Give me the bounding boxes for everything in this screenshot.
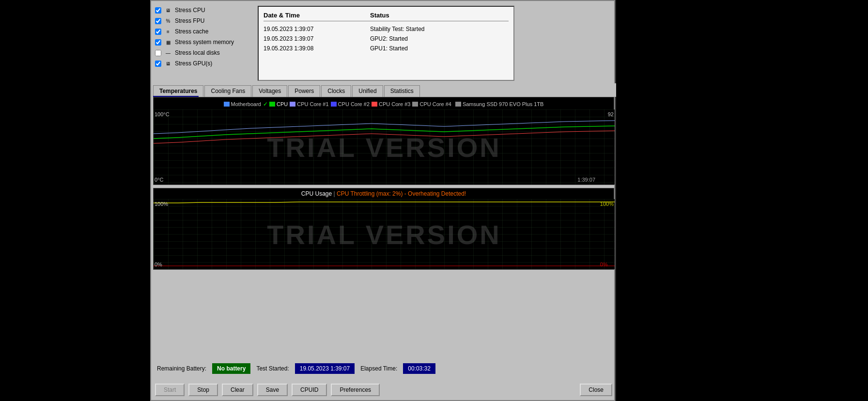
elapsed-time-value: 00:03:32 [403, 363, 435, 374]
stress-memory-item[interactable]: ▦ Stress system memory [153, 37, 256, 47]
cpu-y-right-max: 100% [600, 201, 614, 207]
temp-chart-time: 1:39:07 [577, 177, 595, 183]
cache-icon: ≡ [164, 28, 172, 35]
fpu-icon: % [164, 17, 172, 25]
stress-disks-checkbox[interactable] [155, 50, 161, 56]
button-bar: Start Stop Clear Save CPUID Preferences … [153, 384, 614, 396]
temp-y-right-max: 92 [608, 111, 614, 117]
legend-cpu: ✓ CPU [263, 101, 288, 108]
legend-label-core1: CPU Core #1 [297, 101, 328, 107]
status-text-3: GPU1: Started [370, 45, 509, 52]
status-datetime-3: 19.05.2023 1:39:08 [264, 45, 370, 52]
cpu-chart-header: CPU Usage | CPU Throttling (max: 2%) - O… [154, 188, 614, 199]
status-text-2: GPU2: Started [370, 35, 509, 42]
battery-value: No battery [212, 363, 250, 374]
close-button[interactable]: Close [580, 384, 612, 396]
stress-cpu-item[interactable]: 🖥 Stress CPU [153, 5, 256, 15]
svg-rect-1 [154, 199, 615, 269]
stop-button[interactable]: Stop [188, 384, 218, 396]
tab-statistics[interactable]: Statistics [384, 85, 420, 97]
tab-powers[interactable]: Powers [288, 85, 320, 97]
temp-chart-canvas: 100°C 0°C 92 TRIAL VERSION 1:39:07 [154, 109, 615, 185]
stress-fpu-item[interactable]: % Stress FPU [153, 15, 256, 26]
tabs-bar: Temperatures Cooling Fans Voltages Power… [151, 83, 616, 97]
battery-label: Remaining Battery: [157, 365, 206, 372]
temp-chart-y-left: 100°C 0°C [155, 109, 170, 185]
preferences-button[interactable]: Preferences [331, 384, 380, 396]
temp-chart-grid [154, 109, 615, 185]
tab-temperatures[interactable]: Temperatures [153, 85, 203, 97]
legend-label-motherboard: Motherboard [231, 101, 261, 107]
stress-fpu-label: Stress FPU [175, 17, 204, 24]
stress-cache-checkbox[interactable] [155, 29, 161, 35]
test-started-value: 19.05.2023 1:39:07 [295, 363, 355, 374]
cpu-y-left-max: 100% [155, 201, 168, 207]
legend-core1: CPU Core #1 [290, 101, 328, 107]
stress-gpus-item[interactable]: 🖥 Stress GPU(s) [153, 58, 256, 69]
stress-cache-label: Stress cache [175, 28, 208, 35]
cpuid-button[interactable]: CPUID [292, 384, 327, 396]
status-row-1: 19.05.2023 1:39:07 Stability Test: Start… [264, 24, 509, 34]
legend-color-core3 [372, 102, 377, 107]
legend-ssd: Samsung SSD 970 EVO Plus 1TB [455, 101, 544, 107]
clear-button[interactable]: Clear [222, 384, 253, 396]
test-started-label: Test Started: [256, 365, 289, 372]
stress-disks-label: Stress local disks [175, 49, 220, 56]
legend-color-core4 [412, 102, 418, 107]
status-row-2: 19.05.2023 1:39:07 GPU2: Started [264, 34, 509, 44]
status-panel: Date & Time Status 19.05.2023 1:39:07 St… [258, 6, 514, 81]
stress-gpus-checkbox[interactable] [155, 61, 161, 67]
memory-icon: ▦ [164, 38, 172, 46]
save-button[interactable]: Save [257, 384, 288, 396]
app-window: 🖥 Stress CPU % Stress FPU ≡ Stress cache… [150, 0, 615, 401]
legend-color-core2 [331, 102, 337, 107]
status-datetime-1: 19.05.2023 1:39:07 [264, 26, 370, 32]
svg-rect-0 [154, 109, 615, 185]
stress-disks-item[interactable]: — Stress local disks [153, 47, 256, 58]
temp-y-min: 0°C [155, 177, 170, 183]
stress-cache-item[interactable]: ≡ Stress cache [153, 26, 256, 37]
cpu-y-left-min: 0% [155, 262, 168, 267]
stress-gpus-label: Stress GPU(s) [175, 60, 212, 67]
legend-label-core3: CPU Core #3 [379, 101, 410, 107]
charts-area: Motherboard ✓ CPU CPU Core #1 CPU Core #… [153, 97, 614, 273]
stress-fpu-checkbox[interactable] [155, 18, 161, 24]
cpu-chart-y-left: 100% 0% [155, 199, 168, 269]
legend-motherboard: Motherboard [224, 101, 261, 107]
temp-y-max: 100°C [155, 111, 170, 117]
stress-memory-checkbox[interactable] [155, 39, 161, 46]
legend-core4: CPU Core #4 [412, 101, 451, 107]
legend-label-core4: CPU Core #4 [419, 101, 451, 107]
cpu-chart-y-right: 100% 0% [600, 199, 614, 269]
cpu-usage-chart: CPU Usage | CPU Throttling (max: 2%) - O… [153, 188, 614, 270]
legend-core2: CPU Core #2 [331, 101, 370, 107]
start-button[interactable]: Start [155, 384, 185, 396]
cpu-chart-grid [154, 199, 615, 269]
status-datetime-2: 19.05.2023 1:39:07 [264, 35, 370, 42]
stress-cpu-checkbox[interactable] [155, 7, 161, 14]
stress-memory-label: Stress system memory [175, 39, 234, 46]
legend-label-ssd: Samsung SSD 970 EVO Plus 1TB [463, 101, 544, 107]
temperature-chart: Motherboard ✓ CPU CPU Core #1 CPU Core #… [153, 97, 614, 185]
stress-options-panel: 🖥 Stress CPU % Stress FPU ≡ Stress cache… [151, 1, 258, 83]
status-row-3: 19.05.2023 1:39:08 GPU1: Started [264, 44, 509, 53]
legend-color-cpu [269, 102, 275, 107]
datetime-header: Date & Time [264, 12, 370, 19]
legend-check-cpu: ✓ [263, 101, 268, 108]
status-header: Date & Time Status [264, 12, 509, 21]
temp-chart-legend: Motherboard ✓ CPU CPU Core #1 CPU Core #… [154, 97, 614, 109]
tab-clocks[interactable]: Clocks [321, 85, 351, 97]
cpu-icon: 🖥 [164, 6, 172, 14]
status-header-label: Status [370, 12, 509, 19]
cpu-usage-label: CPU Usage [301, 190, 332, 197]
legend-color-motherboard [224, 102, 230, 107]
disk-icon: — [164, 49, 172, 57]
cpu-chart-canvas: 100% 0% 100% 0% TRIAL VERSION [154, 199, 615, 269]
status-text-1: Stability Test: Started [370, 26, 509, 32]
cpu-y-right-min: 0% [600, 262, 614, 267]
tab-cooling-fans[interactable]: Cooling Fans [204, 85, 251, 97]
tab-unified[interactable]: Unified [352, 85, 383, 97]
tab-voltages[interactable]: Voltages [252, 85, 287, 97]
temp-chart-y-right: 92 [608, 109, 614, 185]
legend-label-core2: CPU Core #2 [338, 101, 370, 107]
